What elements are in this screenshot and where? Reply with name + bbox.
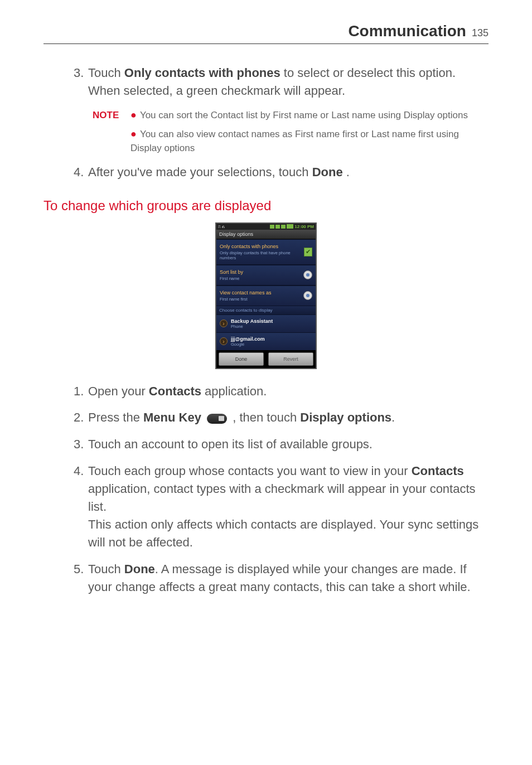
list-number: 3.: [74, 435, 88, 453]
radio-icon: [303, 270, 312, 279]
list-number: 4.: [74, 462, 88, 551]
status-time: 12:00 PM: [294, 224, 314, 229]
list-number: 4.: [74, 163, 88, 181]
step4-post: .: [343, 165, 350, 179]
note2-text: You can also view contact names as First…: [130, 129, 459, 153]
threeg-icon: [270, 225, 274, 229]
step4-pre: After you've made your selections, touch: [88, 165, 312, 179]
opt1-main: Only contacts with phones: [220, 244, 304, 249]
list-body: Touch Only contacts with phones to selec…: [88, 64, 489, 100]
step3-pre: Touch: [88, 66, 124, 80]
account-text: Backup Assistant Phone: [231, 318, 273, 329]
header-page-number: 135: [472, 27, 489, 39]
list-body: After you've made your selections, touch…: [88, 163, 489, 181]
opt3-sub: First name first: [220, 297, 271, 302]
list-item-4: 4. After you've made your selections, to…: [74, 163, 489, 181]
step5-pre: Touch: [88, 562, 124, 576]
page-content: Communication 135 3. Touch Only contacts…: [0, 0, 532, 641]
list-body: Touch each group whose contacts you want…: [88, 462, 489, 551]
step1-pre: Open your: [88, 384, 149, 398]
note1-text: You can sort the Contact list by First n…: [140, 110, 468, 120]
continuing-list: 3. Touch Only contacts with phones to se…: [74, 64, 489, 181]
step4-pre: Touch each group whose contacts you want…: [88, 464, 412, 478]
bottom-button-row: Done Revert: [216, 350, 316, 368]
option-only-contacts-with-phones[interactable]: Only contacts with phones Only display c…: [216, 239, 316, 265]
phone-screenshot: ⎍ ⎌ 12:00 PM Display options Only contac…: [43, 222, 489, 369]
acct1-sub: Phone: [231, 324, 273, 329]
acct2-sub: Google: [231, 342, 265, 347]
option-text: View contact names as First name first: [220, 290, 271, 302]
done-button[interactable]: Done: [219, 352, 264, 366]
step1-post: application.: [201, 384, 267, 398]
battery-icon: [287, 224, 293, 229]
opt2-main: Sort list by: [220, 269, 243, 275]
radio-icon: [303, 291, 312, 300]
step2-mid: , then touch: [233, 410, 300, 424]
step2-pre: Press the: [88, 410, 143, 424]
option-view-contact-names-as[interactable]: View contact names as First name first: [216, 285, 316, 306]
list-item-2: 2. Press the Menu Key , then touch Displ…: [74, 409, 489, 427]
note-body-1: ●You can sort the Contact list by First …: [130, 109, 489, 123]
screen-titlebar: Display options: [216, 230, 316, 239]
note-row-1: NOTE ●You can sort the Contact list by F…: [93, 109, 489, 123]
list-item-3: 3. Touch Only contacts with phones to se…: [74, 64, 489, 100]
numbered-list: 1. Open your Contacts application. 2. Pr…: [74, 382, 489, 596]
step2-bold1: Menu Key: [143, 410, 201, 424]
option-sort-list-by[interactable]: Sort list by First name: [216, 265, 316, 285]
list-item-3b: 3. Touch an account to open its list of …: [74, 435, 489, 453]
account-text: jjj@gmail.com Google: [231, 336, 265, 347]
header-title: Communication: [348, 22, 466, 40]
list-body: Touch an account to open its list of ava…: [88, 435, 489, 453]
list-item-5: 5. Touch Done. A message is displayed wh…: [74, 560, 489, 596]
opt1-sub: Only display contacts that have phone nu…: [220, 250, 304, 260]
list-body: Press the Menu Key , then touch Display …: [88, 409, 489, 427]
note-row-2: ●You can also view contact names as Firs…: [130, 128, 489, 155]
expand-icon: ›: [220, 337, 228, 345]
bullet-icon: ●: [130, 128, 137, 139]
option-text: Only contacts with phones Only display c…: [220, 244, 304, 260]
step1-bold: Contacts: [149, 384, 201, 398]
page-header: Communication 135: [43, 22, 489, 44]
acct2-main: jjj@gmail.com: [231, 336, 265, 342]
step4-post: application, contact types with a checkm…: [88, 482, 476, 514]
list-number: 1.: [74, 382, 88, 400]
list-number: 2.: [74, 409, 88, 427]
section-subheading: To change which groups are displayed: [43, 198, 489, 214]
checkmark-icon: ✔: [304, 248, 312, 256]
step4-bold: Contacts: [412, 464, 464, 478]
list-item-1: 1. Open your Contacts application.: [74, 382, 489, 400]
option-text: Sort list by First name: [220, 269, 243, 281]
opt3-main: View contact names as: [220, 290, 271, 296]
usb-icon: ⎍: [218, 224, 221, 229]
debug-icon: ⎌: [222, 224, 225, 229]
signal2-icon: [281, 225, 286, 229]
list-body: Open your Contacts application.: [88, 382, 489, 400]
menu-key-icon: [207, 414, 227, 424]
step2-bold2: Display options: [300, 410, 391, 424]
step4-line2: This action only affects which contacts …: [88, 517, 478, 549]
note-body-2: ●You can also view contact names as Firs…: [130, 128, 489, 155]
bullet-icon: ●: [130, 109, 137, 120]
status-bar: ⎍ ⎌ 12:00 PM: [216, 224, 316, 230]
note-label: NOTE: [93, 109, 130, 123]
list-item-4b: 4. Touch each group whose contacts you w…: [74, 462, 489, 551]
status-left-icons: ⎍ ⎌: [218, 224, 225, 229]
phone-screen: ⎍ ⎌ 12:00 PM Display options Only contac…: [215, 222, 317, 369]
step3-bold: Only contacts with phones: [124, 66, 280, 80]
acct1-main: Backup Assistant: [231, 318, 273, 324]
list-body: Touch Done. A message is displayed while…: [88, 560, 489, 596]
signal-icon: [275, 225, 280, 229]
opt2-sub: First name: [220, 276, 243, 281]
account-backup-assistant[interactable]: › Backup Assistant Phone: [216, 314, 316, 332]
step4-bold: Done: [312, 165, 343, 179]
revert-button[interactable]: Revert: [268, 352, 313, 366]
account-google[interactable]: › jjj@gmail.com Google: [216, 332, 316, 350]
step5-bold: Done: [124, 562, 155, 576]
list-number: 5.: [74, 560, 88, 596]
step2-post: .: [391, 410, 395, 424]
section-divider: Choose contacts to display: [216, 306, 316, 314]
status-right-icons: 12:00 PM: [270, 224, 314, 229]
list-number: 3.: [74, 64, 88, 100]
expand-icon: ›: [220, 319, 228, 327]
